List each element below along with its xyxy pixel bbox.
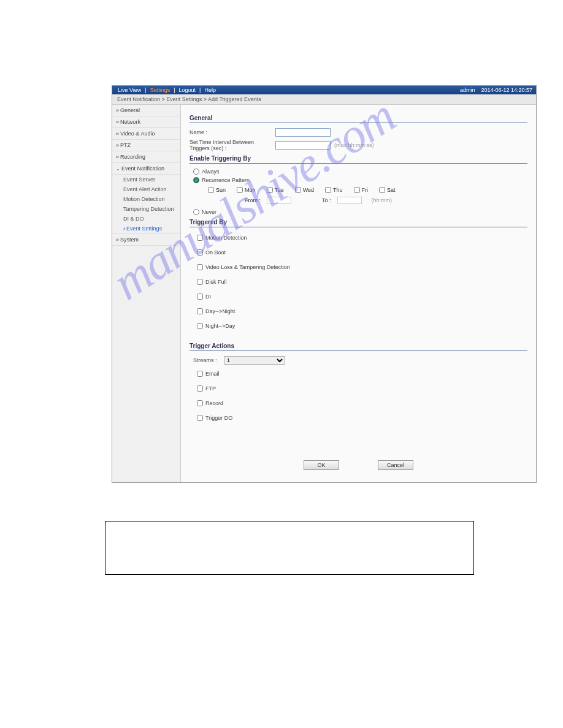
sidebar-item-video-audio[interactable]: Video & Audio <box>112 128 180 140</box>
check-mon[interactable] <box>237 187 243 193</box>
name-label: Name : <box>190 129 275 135</box>
streams-label: Streams : <box>193 357 224 363</box>
check-video-loss[interactable] <box>197 264 203 270</box>
app-window: Live View | Settings | Logout | Help adm… <box>112 85 537 483</box>
sidebar-sub-event-settings[interactable]: Event Settings <box>112 224 180 233</box>
day-label: Fri <box>362 187 369 193</box>
check-email[interactable] <box>197 371 203 377</box>
day-label: Sun <box>216 187 226 193</box>
check-sat[interactable] <box>379 187 385 193</box>
tb-label: Disk Full <box>205 279 227 285</box>
sidebar-sub-tampering-detection[interactable]: Tampering Detection <box>112 204 180 214</box>
nav-logout[interactable]: Logout <box>177 87 198 93</box>
day-label: Thu <box>333 187 343 193</box>
sidebar-sub-di-do[interactable]: DI & DO <box>112 214 180 224</box>
days-row: Sun Mon Tue Wed Thu Fri Sat <box>208 187 527 193</box>
check-sun[interactable] <box>208 187 214 193</box>
ta-label: Trigger DO <box>205 415 232 421</box>
check-fri[interactable] <box>354 187 360 193</box>
check-tue[interactable] <box>267 187 273 193</box>
name-input[interactable] <box>275 128 331 137</box>
day-label: Tue <box>275 187 284 193</box>
radio-always[interactable] <box>193 169 199 175</box>
sidebar-item-network[interactable]: Network <box>112 116 180 128</box>
streams-select[interactable]: 1 <box>224 356 285 365</box>
radio-never[interactable] <box>193 209 199 215</box>
check-di[interactable] <box>197 294 203 300</box>
tb-label: Motion Detection <box>205 235 247 241</box>
sidebar-sub-motion-detection[interactable]: Motion Detection <box>112 194 180 204</box>
day-label: Sat <box>387 187 396 193</box>
section-general-title: General <box>190 115 527 123</box>
empty-box <box>105 521 474 575</box>
day-label: Wed <box>303 187 314 193</box>
day-label: Mon <box>245 187 256 193</box>
ta-label: Email <box>205 371 220 377</box>
cancel-button[interactable]: Cancel <box>378 460 413 470</box>
check-disk-full[interactable] <box>197 279 203 285</box>
from-label: From : <box>245 197 261 203</box>
check-night-day[interactable] <box>197 323 203 329</box>
tb-label: Night-->Day <box>205 323 235 329</box>
nav-help[interactable]: Help <box>202 87 218 93</box>
check-thu[interactable] <box>325 187 331 193</box>
ta-label: Record <box>205 400 223 406</box>
to-input[interactable] <box>337 197 362 204</box>
check-motion-detection[interactable] <box>197 235 203 241</box>
tb-label: Video Loss & Tampering Detection <box>205 264 290 270</box>
sidebar-sub-event-alert-action[interactable]: Event Alert Action <box>112 184 180 194</box>
interval-hint: (max hh:mm:ss) <box>334 142 374 148</box>
separator: | <box>197 87 202 93</box>
check-on-boot[interactable] <box>197 249 203 256</box>
from-input[interactable] <box>267 197 291 204</box>
check-trigger-do[interactable] <box>197 415 203 421</box>
sidebar-item-event-notification[interactable]: Event Notification <box>112 163 180 175</box>
time-hint: (hh:mm) <box>372 197 393 203</box>
check-record[interactable] <box>197 400 203 406</box>
nav-settings[interactable]: Settings <box>148 87 172 93</box>
section-trigger-actions-title: Trigger Actions <box>190 343 527 351</box>
sidebar-item-system[interactable]: System <box>112 233 180 246</box>
tb-label: Day-->Night <box>205 308 235 314</box>
topbar: Live View | Settings | Logout | Help adm… <box>112 86 536 94</box>
content-panel: General Name : Set Time Interval Between… <box>181 105 536 482</box>
nav-live-view[interactable]: Live View <box>116 87 143 93</box>
section-triggered-by-title: Triggered By <box>190 219 527 227</box>
breadcrumb: Event Notification > Event Settings > Ad… <box>112 94 536 105</box>
sidebar-item-general[interactable]: General <box>112 105 180 116</box>
radio-recurrence-label: Recurrence Pattern <box>202 177 250 183</box>
sidebar-item-ptz[interactable]: PTZ <box>112 140 180 151</box>
tb-label: DI <box>205 294 211 300</box>
radio-recurrence[interactable] <box>193 177 199 183</box>
sidebar: General Network Video & Audio PTZ Record… <box>112 105 181 482</box>
sidebar-sub-event-server[interactable]: Event Server <box>112 175 180 184</box>
user-label: admin <box>460 87 475 93</box>
sidebar-item-recording[interactable]: Recording <box>112 151 180 163</box>
datetime-label: 2014-06-12 14:20:57 <box>481 87 532 93</box>
radio-always-label: Always <box>202 169 220 175</box>
check-ftp[interactable] <box>197 385 203 392</box>
ok-button[interactable]: OK <box>304 460 339 470</box>
interval-input[interactable] <box>275 141 331 150</box>
separator: | <box>172 87 177 93</box>
check-wed[interactable] <box>295 187 301 193</box>
to-label: To : <box>322 197 331 203</box>
tb-label: On Boot <box>205 249 226 256</box>
check-day-night[interactable] <box>197 308 203 314</box>
ta-label: FTP <box>205 385 216 392</box>
separator: | <box>143 87 148 93</box>
section-enable-title: Enable Triggering By <box>190 155 527 164</box>
interval-label: Set Time Interval Between Triggers (sec)… <box>190 139 275 151</box>
radio-never-label: Never <box>202 209 216 215</box>
